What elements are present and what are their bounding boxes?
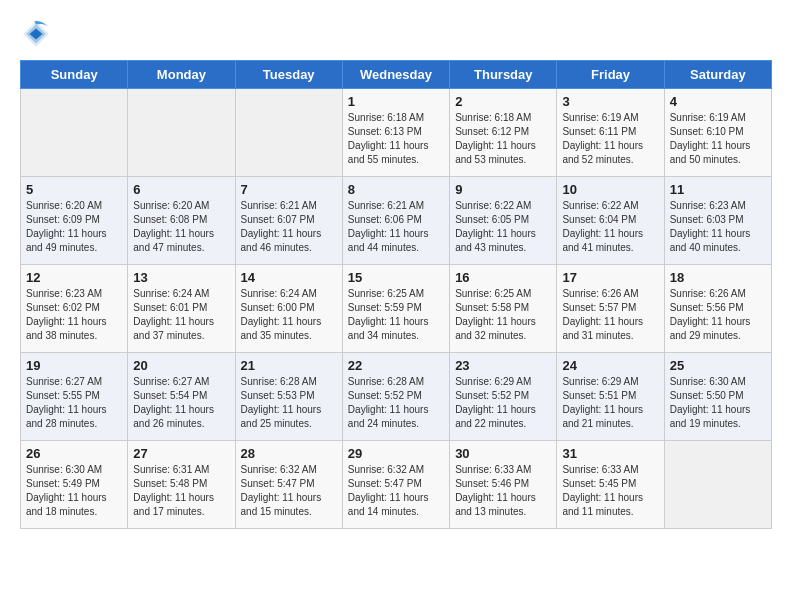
day-cell: 11Sunrise: 6:23 AMSunset: 6:03 PMDayligh… (664, 177, 771, 265)
day-info: Sunrise: 6:22 AMSunset: 6:05 PMDaylight:… (455, 199, 551, 255)
day-info: Sunrise: 6:22 AMSunset: 6:04 PMDaylight:… (562, 199, 658, 255)
day-info: Sunrise: 6:19 AMSunset: 6:11 PMDaylight:… (562, 111, 658, 167)
weekday-header-thursday: Thursday (450, 61, 557, 89)
day-info: Sunrise: 6:24 AMSunset: 6:01 PMDaylight:… (133, 287, 229, 343)
day-cell: 7Sunrise: 6:21 AMSunset: 6:07 PMDaylight… (235, 177, 342, 265)
day-number: 2 (455, 94, 551, 109)
day-number: 26 (26, 446, 122, 461)
day-cell: 28Sunrise: 6:32 AMSunset: 5:47 PMDayligh… (235, 441, 342, 529)
day-cell: 10Sunrise: 6:22 AMSunset: 6:04 PMDayligh… (557, 177, 664, 265)
day-info: Sunrise: 6:26 AMSunset: 5:56 PMDaylight:… (670, 287, 766, 343)
day-cell: 9Sunrise: 6:22 AMSunset: 6:05 PMDaylight… (450, 177, 557, 265)
day-info: Sunrise: 6:32 AMSunset: 5:47 PMDaylight:… (241, 463, 337, 519)
day-number: 3 (562, 94, 658, 109)
day-number: 14 (241, 270, 337, 285)
week-row-5: 26Sunrise: 6:30 AMSunset: 5:49 PMDayligh… (21, 441, 772, 529)
page: SundayMondayTuesdayWednesdayThursdayFrid… (0, 0, 792, 612)
day-info: Sunrise: 6:23 AMSunset: 6:02 PMDaylight:… (26, 287, 122, 343)
day-cell: 8Sunrise: 6:21 AMSunset: 6:06 PMDaylight… (342, 177, 449, 265)
day-info: Sunrise: 6:33 AMSunset: 5:45 PMDaylight:… (562, 463, 658, 519)
day-cell: 6Sunrise: 6:20 AMSunset: 6:08 PMDaylight… (128, 177, 235, 265)
day-number: 8 (348, 182, 444, 197)
day-cell (21, 89, 128, 177)
day-number: 12 (26, 270, 122, 285)
day-info: Sunrise: 6:30 AMSunset: 5:49 PMDaylight:… (26, 463, 122, 519)
header (20, 18, 772, 50)
weekday-header-saturday: Saturday (664, 61, 771, 89)
week-row-3: 12Sunrise: 6:23 AMSunset: 6:02 PMDayligh… (21, 265, 772, 353)
weekday-header-friday: Friday (557, 61, 664, 89)
day-cell: 1Sunrise: 6:18 AMSunset: 6:13 PMDaylight… (342, 89, 449, 177)
day-number: 22 (348, 358, 444, 373)
day-cell (235, 89, 342, 177)
weekday-header-row: SundayMondayTuesdayWednesdayThursdayFrid… (21, 61, 772, 89)
day-info: Sunrise: 6:29 AMSunset: 5:51 PMDaylight:… (562, 375, 658, 431)
day-number: 19 (26, 358, 122, 373)
day-info: Sunrise: 6:21 AMSunset: 6:07 PMDaylight:… (241, 199, 337, 255)
day-cell: 16Sunrise: 6:25 AMSunset: 5:58 PMDayligh… (450, 265, 557, 353)
week-row-4: 19Sunrise: 6:27 AMSunset: 5:55 PMDayligh… (21, 353, 772, 441)
day-number: 30 (455, 446, 551, 461)
day-number: 6 (133, 182, 229, 197)
day-number: 11 (670, 182, 766, 197)
day-cell: 12Sunrise: 6:23 AMSunset: 6:02 PMDayligh… (21, 265, 128, 353)
day-cell: 27Sunrise: 6:31 AMSunset: 5:48 PMDayligh… (128, 441, 235, 529)
day-cell (664, 441, 771, 529)
weekday-header-monday: Monday (128, 61, 235, 89)
day-info: Sunrise: 6:20 AMSunset: 6:08 PMDaylight:… (133, 199, 229, 255)
day-cell: 2Sunrise: 6:18 AMSunset: 6:12 PMDaylight… (450, 89, 557, 177)
day-cell: 4Sunrise: 6:19 AMSunset: 6:10 PMDaylight… (664, 89, 771, 177)
day-number: 24 (562, 358, 658, 373)
day-number: 23 (455, 358, 551, 373)
day-cell: 15Sunrise: 6:25 AMSunset: 5:59 PMDayligh… (342, 265, 449, 353)
day-cell: 29Sunrise: 6:32 AMSunset: 5:47 PMDayligh… (342, 441, 449, 529)
weekday-header-tuesday: Tuesday (235, 61, 342, 89)
day-info: Sunrise: 6:31 AMSunset: 5:48 PMDaylight:… (133, 463, 229, 519)
day-cell: 24Sunrise: 6:29 AMSunset: 5:51 PMDayligh… (557, 353, 664, 441)
day-number: 17 (562, 270, 658, 285)
day-cell: 13Sunrise: 6:24 AMSunset: 6:01 PMDayligh… (128, 265, 235, 353)
day-info: Sunrise: 6:32 AMSunset: 5:47 PMDaylight:… (348, 463, 444, 519)
weekday-header-sunday: Sunday (21, 61, 128, 89)
calendar: SundayMondayTuesdayWednesdayThursdayFrid… (20, 60, 772, 529)
day-info: Sunrise: 6:20 AMSunset: 6:09 PMDaylight:… (26, 199, 122, 255)
day-cell: 14Sunrise: 6:24 AMSunset: 6:00 PMDayligh… (235, 265, 342, 353)
day-number: 29 (348, 446, 444, 461)
day-number: 20 (133, 358, 229, 373)
day-number: 25 (670, 358, 766, 373)
day-number: 28 (241, 446, 337, 461)
day-info: Sunrise: 6:23 AMSunset: 6:03 PMDaylight:… (670, 199, 766, 255)
day-cell: 22Sunrise: 6:28 AMSunset: 5:52 PMDayligh… (342, 353, 449, 441)
day-info: Sunrise: 6:18 AMSunset: 6:13 PMDaylight:… (348, 111, 444, 167)
day-cell: 21Sunrise: 6:28 AMSunset: 5:53 PMDayligh… (235, 353, 342, 441)
day-number: 21 (241, 358, 337, 373)
day-info: Sunrise: 6:25 AMSunset: 5:59 PMDaylight:… (348, 287, 444, 343)
day-cell: 30Sunrise: 6:33 AMSunset: 5:46 PMDayligh… (450, 441, 557, 529)
day-number: 10 (562, 182, 658, 197)
day-number: 15 (348, 270, 444, 285)
day-info: Sunrise: 6:21 AMSunset: 6:06 PMDaylight:… (348, 199, 444, 255)
day-number: 4 (670, 94, 766, 109)
day-number: 5 (26, 182, 122, 197)
day-info: Sunrise: 6:24 AMSunset: 6:00 PMDaylight:… (241, 287, 337, 343)
day-cell: 19Sunrise: 6:27 AMSunset: 5:55 PMDayligh… (21, 353, 128, 441)
day-info: Sunrise: 6:19 AMSunset: 6:10 PMDaylight:… (670, 111, 766, 167)
weekday-header-wednesday: Wednesday (342, 61, 449, 89)
logo-icon (20, 18, 52, 50)
day-number: 18 (670, 270, 766, 285)
day-info: Sunrise: 6:27 AMSunset: 5:55 PMDaylight:… (26, 375, 122, 431)
day-number: 1 (348, 94, 444, 109)
day-cell: 25Sunrise: 6:30 AMSunset: 5:50 PMDayligh… (664, 353, 771, 441)
day-info: Sunrise: 6:28 AMSunset: 5:52 PMDaylight:… (348, 375, 444, 431)
day-info: Sunrise: 6:30 AMSunset: 5:50 PMDaylight:… (670, 375, 766, 431)
day-cell (128, 89, 235, 177)
week-row-2: 5Sunrise: 6:20 AMSunset: 6:09 PMDaylight… (21, 177, 772, 265)
day-info: Sunrise: 6:25 AMSunset: 5:58 PMDaylight:… (455, 287, 551, 343)
day-cell: 26Sunrise: 6:30 AMSunset: 5:49 PMDayligh… (21, 441, 128, 529)
day-info: Sunrise: 6:33 AMSunset: 5:46 PMDaylight:… (455, 463, 551, 519)
day-info: Sunrise: 6:28 AMSunset: 5:53 PMDaylight:… (241, 375, 337, 431)
day-number: 16 (455, 270, 551, 285)
day-cell: 17Sunrise: 6:26 AMSunset: 5:57 PMDayligh… (557, 265, 664, 353)
day-info: Sunrise: 6:26 AMSunset: 5:57 PMDaylight:… (562, 287, 658, 343)
day-cell: 3Sunrise: 6:19 AMSunset: 6:11 PMDaylight… (557, 89, 664, 177)
